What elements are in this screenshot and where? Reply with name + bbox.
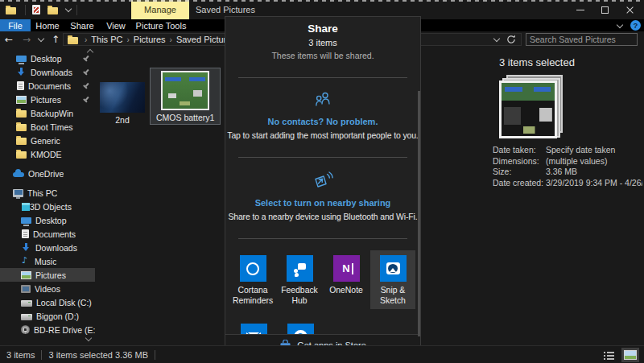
- sidebar-item-documents[interactable]: Documents: [0, 227, 95, 241]
- sidebar-item-generic[interactable]: Generic: [0, 134, 95, 147]
- breadcrumb-item-pictures[interactable]: Pictures: [132, 35, 167, 44]
- refresh-icon[interactable]: [506, 35, 516, 44]
- back-button[interactable]: ←: [0, 34, 18, 45]
- selection-preview-thumbnail: [499, 80, 557, 138]
- sidebar-item-kmode[interactable]: KMODE: [0, 147, 95, 161]
- sidebar-item-pictures[interactable]: Pictures: [0, 268, 95, 282]
- selection-marquee-border: [0, 0, 644, 2]
- sidebar-item-downloads[interactable]: Downloads: [0, 241, 95, 254]
- contacts-section[interactable]: No contacts? No problem. Tap to start ad…: [225, 91, 420, 141]
- share-app-label: Feedback Hub: [277, 286, 322, 306]
- share-app-snip-sketch[interactable]: Snip & Sketch: [370, 250, 415, 309]
- address-dropdown-chevron-icon[interactable]: [493, 36, 500, 43]
- property-value[interactable]: Specify date taken: [546, 145, 642, 156]
- qat-customize-chevron-icon[interactable]: [65, 6, 72, 13]
- property-value: (multiple values): [546, 156, 642, 167]
- sidebar-item-boot-times[interactable]: Boot Times: [0, 120, 95, 134]
- sidebar-scroll-down-icon[interactable]: [85, 334, 93, 342]
- nearby-sharing-link[interactable]: Select to turn on nearby sharing: [225, 198, 420, 208]
- close-button[interactable]: [617, 0, 642, 19]
- share-item-count: 3 items: [225, 38, 420, 48]
- ribbon-tab-picture-tools[interactable]: Picture Tools: [132, 19, 190, 31]
- contacts-icon: [312, 91, 333, 109]
- cortana-icon: [246, 262, 259, 275]
- motherboard-thumbnail: [161, 71, 209, 110]
- details-view-icon[interactable]: [601, 348, 618, 362]
- property-row-date-created: Date created:3/29/2019 9:34 PM - 4/26/..…: [493, 178, 642, 189]
- onedrive-icon: [13, 170, 24, 178]
- share-app-feedback-hub[interactable]: Feedback Hub: [277, 250, 322, 309]
- file-explorer-window: Manage Saved Pictures FileHomeShareViewP…: [0, 0, 644, 363]
- sidebar-item-label: BackupWin: [31, 109, 73, 118]
- minimize-button[interactable]: [568, 0, 592, 19]
- property-label: Size:: [493, 167, 546, 178]
- divider: [25, 5, 26, 15]
- sidebar-item-label: OneDrive: [28, 169, 64, 179]
- onenote-icon: [339, 262, 353, 275]
- sidebar-item-desktop[interactable]: Desktop: [0, 213, 95, 227]
- status-bar: 3 items 3 items selected 3.36 MB: [0, 345, 644, 363]
- sidebar-item-videos[interactable]: Videos: [0, 282, 95, 295]
- property-row-date-taken: Date taken:Specify date taken: [493, 145, 642, 156]
- ribbon-tab-home[interactable]: Home: [31, 19, 64, 31]
- folder-icon: [16, 151, 27, 159]
- sidebar-item-downloads[interactable]: Downloads: [0, 65, 95, 79]
- sidebar-item-desktop[interactable]: Desktop: [0, 52, 95, 65]
- share-app-label: Snip & Sketch: [370, 286, 415, 306]
- downloads-icon: [16, 68, 27, 76]
- sidebar-item-documents[interactable]: Documents: [0, 79, 95, 93]
- share-app-onenote[interactable]: OneNote: [324, 250, 369, 309]
- share-apps-row-1: Cortana RemindersFeedback HubOneNoteSnip…: [225, 250, 420, 309]
- breadcrumb-separator-icon: ›: [167, 35, 175, 44]
- manage-contextual-tab[interactable]: Manage: [131, 0, 189, 19]
- sidebar-scroll-up-icon[interactable]: [85, 48, 93, 56]
- no-contacts-link[interactable]: No contacts? No problem.: [225, 117, 420, 127]
- up-button[interactable]: ↑: [47, 34, 64, 45]
- sidebar-item-label: Videos: [35, 284, 60, 294]
- share-app-label: Cortana Reminders: [230, 286, 275, 306]
- divider: [238, 77, 407, 78]
- ribbon-tab-file[interactable]: File: [0, 19, 31, 31]
- sidebar-item-label: Desktop: [35, 216, 67, 225]
- file-tile-2nd[interactable]: 2nd: [100, 82, 145, 125]
- sidebar-item-label: Downloads: [31, 68, 72, 77]
- sidebar-item-label: Documents: [33, 229, 76, 239]
- recent-locations-chevron-icon[interactable]: [35, 34, 47, 45]
- nearby-sharing-subtitle: Share to a nearby device using Bluetooth…: [225, 212, 420, 222]
- pictures-icon: [16, 96, 27, 104]
- divider: [76, 5, 77, 15]
- ribbon-tab-share[interactable]: Share: [64, 19, 100, 31]
- help-icon[interactable]: ?: [630, 20, 641, 31]
- property-label: Dimensions:: [493, 156, 546, 167]
- sidebar-tree: DesktopDownloadsDocumentsPicturesBackupW…: [0, 52, 95, 356]
- breadcrumb-separator-icon: ›: [82, 35, 89, 44]
- sidebar-item-backupwin[interactable]: BackupWin: [0, 106, 95, 120]
- sidebar-item-local-disk-c[interactable]: Local Disk (C:): [0, 295, 95, 309]
- sidebar-item-onedrive[interactable]: OneDrive: [0, 167, 95, 180]
- search-input[interactable]: [526, 35, 642, 44]
- nearby-sharing-section[interactable]: Select to turn on nearby sharing Share t…: [225, 171, 420, 222]
- sidebar-item-biggon-d[interactable]: Biggon (D:): [0, 309, 95, 323]
- expand-ribbon-chevron-icon[interactable]: [617, 23, 623, 29]
- thumbnail-view-icon[interactable]: [621, 348, 639, 362]
- breadcrumb-item-this-pc[interactable]: This PC: [89, 35, 124, 44]
- breadcrumb: ›This PC›Pictures›Saved Pictures: [82, 35, 237, 44]
- sidebar-item-label: Pictures: [35, 270, 66, 280]
- share-dialog-scrollbar[interactable]: [418, 91, 420, 336]
- sidebar-item-music[interactable]: Music: [0, 254, 95, 268]
- maximize-button[interactable]: [592, 0, 617, 19]
- cube-icon: [22, 203, 30, 211]
- properties-icon[interactable]: [32, 5, 40, 14]
- sidebar-item-this-pc[interactable]: This PC: [0, 186, 95, 200]
- file-tile-cmos-battery1[interactable]: CMOS battery1: [150, 68, 221, 125]
- new-folder-icon[interactable]: [47, 7, 58, 14]
- sidebar-item-bd-re-drive-e[interactable]: BD-RE Drive (E:): [0, 323, 95, 336]
- sidebar-item-3d-objects[interactable]: 3D Objects: [0, 200, 95, 213]
- forward-button[interactable]: →: [18, 34, 35, 45]
- sidebar-item-pictures[interactable]: Pictures: [0, 93, 95, 106]
- share-app-cortana-reminders[interactable]: Cortana Reminders: [230, 250, 275, 309]
- navigation-pane: DesktopDownloadsDocumentsPicturesBackupW…: [0, 47, 95, 363]
- pin-icon: [80, 67, 91, 77]
- selection-info-text: 3 items selected 3.36 MB: [42, 350, 155, 360]
- ribbon-tab-view[interactable]: View: [100, 19, 132, 31]
